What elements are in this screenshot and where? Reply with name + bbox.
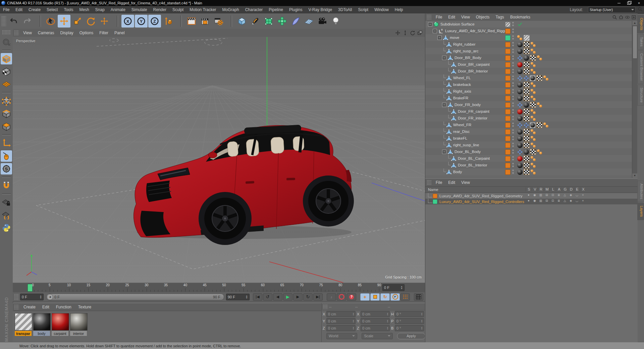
visibility-dots[interactable]: [512, 149, 514, 154]
object-manager-grip[interactable]: [427, 14, 431, 19]
constraint-tag-icon[interactable]: [517, 102, 523, 108]
render-view-icon[interactable]: [185, 15, 198, 28]
lock-y-icon[interactable]: Y: [135, 15, 148, 28]
object-name[interactable]: Door_BR_carpaint: [458, 62, 490, 66]
layer-color-chip[interactable]: [505, 149, 511, 155]
layer-color-chip[interactable]: [505, 42, 511, 47]
uvw-tag-icon[interactable]: [530, 149, 536, 155]
minimize-button[interactable]: [614, 0, 624, 6]
uvw-tag-icon[interactable]: [524, 109, 530, 114]
xpresso-tag-icon[interactable]: [543, 122, 549, 128]
layer-manager-grip[interactable]: [427, 180, 431, 185]
timeline-ruler[interactable]: 0 F ▲▼ 051015202530354045505560657075808…: [13, 283, 425, 293]
key-scale-button[interactable]: [370, 293, 380, 301]
key-pla-button[interactable]: [400, 293, 410, 301]
tree-item-subdivision-surface[interactable]: −Subdivision Surface: [425, 21, 632, 28]
layer-color-chip[interactable]: [505, 156, 511, 161]
tree-item-wheel-fl[interactable]: Wheel_FL: [425, 74, 632, 81]
tree-item-brakefr[interactable]: BrakeFR: [425, 95, 632, 101]
workplane-lock-icon[interactable]: [1, 197, 12, 208]
menu-item-help[interactable]: Help: [392, 7, 406, 12]
layer-g-toggle[interactable]: △: [562, 199, 568, 202]
mat-dark-tag-icon[interactable]: [517, 143, 523, 148]
layer-g-toggle[interactable]: △: [562, 193, 568, 197]
scroll-down-icon[interactable]: ▼: [632, 173, 637, 178]
array-clone-icon[interactable]: [276, 15, 288, 28]
layer-a-toggle[interactable]: ≣: [556, 199, 562, 202]
constraint-tag-icon[interactable]: [517, 55, 523, 61]
mat-red-tag-icon[interactable]: [517, 109, 523, 114]
menu-item-character[interactable]: Character: [242, 7, 266, 12]
viewport-rotate-icon[interactable]: [410, 30, 416, 36]
mat-dark-tag-icon[interactable]: [517, 49, 523, 54]
layer-r-toggle[interactable]: ▥: [538, 199, 544, 202]
material-menu-create[interactable]: Create: [20, 305, 39, 309]
tab-attributes[interactable]: Attributes: [637, 181, 644, 202]
scroll-up-icon[interactable]: ▲: [632, 21, 637, 25]
search-icon[interactable]: [612, 14, 617, 20]
layer-l-toggle[interactable]: ⊡: [550, 193, 556, 197]
uvw-tag-icon[interactable]: [524, 48, 530, 54]
redo-icon[interactable]: [21, 15, 34, 28]
tree-item-luxury-awd-4dr-suv-red-rigged[interactable]: −L0Luxury_AWD_4dr_SUV_Red_Rigged: [425, 28, 632, 34]
object-name[interactable]: Door_BL_Body: [454, 150, 481, 154]
tree-item-brakeback[interactable]: brakeback: [425, 81, 632, 88]
coord-field-rotation-b[interactable]: 0 °▴▾: [395, 325, 424, 331]
xpresso-tag-icon[interactable]: [531, 62, 536, 67]
render-settings-icon[interactable]: [212, 15, 225, 28]
add-cube-icon[interactable]: [235, 15, 248, 28]
play-backwards-button[interactable]: ↺: [263, 293, 272, 301]
object-name[interactable]: brakeFL: [453, 136, 467, 140]
xpresso-tag-icon[interactable]: [543, 76, 549, 81]
menu-item-v-ray-bridge[interactable]: V-Ray Bridge: [305, 7, 335, 12]
coord-field-position-x[interactable]: 0 cm▴▾: [326, 311, 356, 317]
expand-icon[interactable]: −: [437, 36, 442, 40]
autokey-help-button[interactable]: ?: [347, 293, 356, 301]
visibility-dots[interactable]: [512, 55, 514, 60]
last-tool-icon[interactable]: [98, 15, 111, 28]
object-name[interactable]: Subdivision Surface: [440, 22, 475, 26]
close-button[interactable]: ×: [634, 0, 644, 6]
viewport-menu-filter[interactable]: Filter: [96, 31, 111, 35]
xpresso-tag-icon[interactable]: [531, 69, 536, 74]
layer-color-chip[interactable]: [505, 49, 511, 54]
uvw-tag-icon[interactable]: [524, 82, 530, 88]
menu-item-motion-tracker[interactable]: Motion Tracker: [186, 7, 219, 12]
menu-item-3dtoall[interactable]: 3DToAll: [335, 7, 355, 12]
goto-end-button[interactable]: ▶|: [313, 293, 323, 301]
uvw-tag-icon[interactable]: [524, 156, 530, 161]
visibility-dots[interactable]: [512, 96, 514, 100]
model-mode-icon[interactable]: [1, 53, 12, 64]
xpresso-tag-icon[interactable]: [531, 82, 536, 88]
material-carpaint[interactable]: carpaint: [52, 313, 68, 336]
material-menu-function[interactable]: Function: [53, 305, 75, 309]
end-frame-field[interactable]: 90 F ▲▼: [226, 294, 250, 300]
expand-icon[interactable]: −: [442, 103, 446, 107]
tree-item-door-fr-interior[interactable]: Door_FR_interior: [425, 115, 632, 121]
tree-item-right-susp-line[interactable]: right_susp_line: [425, 142, 632, 148]
coord-field-position-y[interactable]: 0 cm▴▾: [326, 318, 356, 324]
mat-dark-tag-icon[interactable]: [517, 42, 523, 47]
tree-item-right-axis[interactable]: Right_axis: [425, 88, 632, 95]
menu-item-script[interactable]: Script: [355, 7, 371, 12]
viewport-toggle-layout-icon[interactable]: [417, 30, 423, 36]
mat-dark-tag-icon[interactable]: [517, 163, 523, 168]
coord-system-icon[interactable]: [162, 15, 174, 28]
material-thumbnail[interactable]: [70, 313, 88, 331]
viewport-label[interactable]: Perspective: [16, 39, 35, 43]
layer-row[interactable]: Luxury_AWD_4dr_SUV_Red_Rigged_Controller…: [425, 199, 638, 204]
menu-item-file[interactable]: File: [0, 7, 12, 12]
material-label[interactable]: body: [33, 331, 50, 336]
layer-color-chip[interactable]: [505, 102, 511, 108]
light-icon[interactable]: [329, 15, 342, 28]
constraint-tag-icon[interactable]: [524, 122, 529, 128]
menu-item-window[interactable]: Window: [371, 7, 392, 12]
xpresso-tag-icon[interactable]: [531, 49, 536, 54]
xpresso-tag-icon[interactable]: [537, 55, 542, 61]
points-mode-icon[interactable]: [1, 95, 12, 107]
visibility-dots[interactable]: [512, 49, 514, 53]
layer-color-chip[interactable]: [505, 76, 511, 81]
uvw-tag-icon[interactable]: [524, 162, 530, 168]
object-name[interactable]: Door_FR_interior: [458, 116, 487, 120]
tree-item-door-bl-interior[interactable]: Door_BL_Interior: [425, 162, 632, 168]
